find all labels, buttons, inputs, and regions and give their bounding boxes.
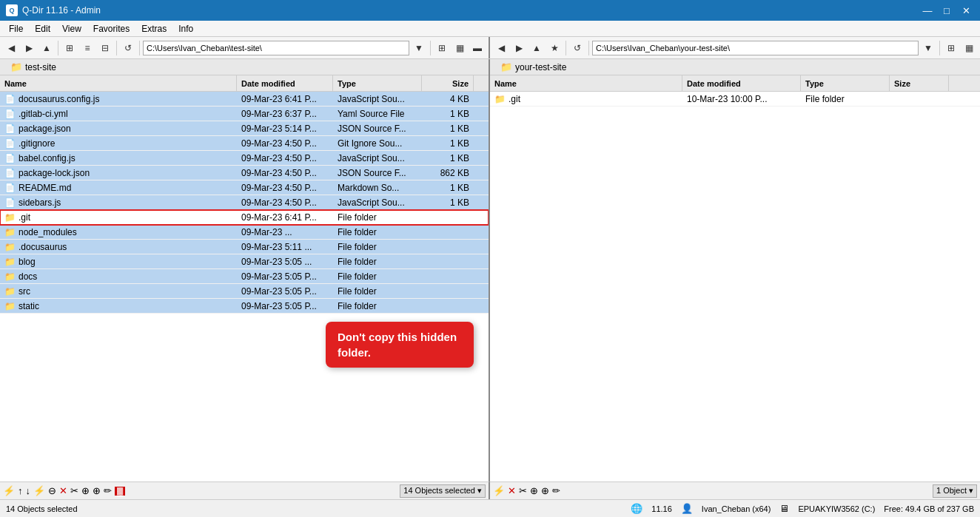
close-button[interactable]: ✕ (958, 3, 974, 18)
left-file-name: 📁src (0, 286, 237, 297)
left-col-name-header[interactable]: Name (0, 75, 237, 91)
left-file-row[interactable]: 📁static 09-Mar-23 5:05 P... File folder (0, 299, 489, 314)
bottom-status-text: 14 Objects selected (6, 504, 78, 513)
right-status-icon1[interactable]: ⚡ (493, 485, 505, 496)
left-address-bar[interactable] (143, 41, 409, 55)
right-col-size-header[interactable]: Size (890, 75, 949, 91)
left-file-size: 1 KB (422, 197, 474, 208)
right-status-icon3[interactable]: ⊕ (530, 485, 538, 496)
right-status-dropdown[interactable]: 1 Object ▾ (933, 484, 977, 498)
left-file-row[interactable]: 📄sidebars.js 09-Mar-23 4:50 P... JavaScr… (0, 195, 489, 210)
left-col-type-header[interactable]: Type (333, 75, 422, 91)
right-status-icon2[interactable]: ✂ (519, 485, 527, 496)
rp-up-btn[interactable]: ▲ (528, 40, 545, 56)
rp-addr-go-btn[interactable]: ▼ (920, 40, 936, 56)
left-file-row[interactable]: 📁src 09-Mar-23 5:05 P... File folder (0, 284, 489, 299)
bottom-version: 11.16 (651, 504, 672, 513)
left-status-icon2[interactable]: ↑ (18, 485, 23, 496)
left-file-date: 09-Mar-23 5:14 P... (237, 124, 333, 134)
left-file-row[interactable]: 📁.git 09-Mar-23 6:41 P... File folder (0, 210, 489, 225)
menu-edit[interactable]: Edit (29, 22, 56, 36)
left-file-row[interactable]: 📄README.md 09-Mar-23 4:50 P... Markdown … (0, 180, 489, 195)
left-status-icon3[interactable]: ↓ (26, 485, 31, 496)
left-status-icon5[interactable]: ⊖ (48, 485, 56, 496)
menu-favorites[interactable]: Favorites (87, 22, 135, 36)
left-file-row[interactable]: 📄.gitignore 09-Mar-23 4:50 P... Git Igno… (0, 136, 489, 151)
right-status-icon4[interactable]: ⊕ (541, 485, 549, 496)
left-file-size: 1 KB (422, 109, 474, 119)
right-file-row[interactable]: 📁.git 10-Mar-23 10:00 P... File folder (490, 92, 980, 107)
minimize-button[interactable]: — (919, 3, 936, 18)
rp-icon-view-btn[interactable]: ⊞ (943, 40, 959, 56)
left-status-icon8[interactable]: ⊕ (93, 485, 101, 496)
right-col-date-header[interactable]: Date modified (682, 75, 801, 91)
right-tab-text: your-test-site (515, 62, 566, 72)
left-tab-folder-icon: 📁 (10, 61, 22, 72)
left-status-icon4[interactable]: ⚡ (33, 485, 45, 496)
left-file-row[interactable]: 📄babel.config.js 09-Mar-23 4:50 P... Jav… (0, 151, 489, 166)
tb-icon-view-btn[interactable]: ⊞ (434, 40, 450, 56)
left-tab-label[interactable]: 📁 test-site (6, 60, 61, 74)
right-file-list[interactable]: 📁.git 10-Mar-23 10:00 P... File folder (490, 92, 980, 481)
left-status-icon-x[interactable]: ✕ (59, 485, 67, 496)
left-status-icon7[interactable]: ⊕ (81, 485, 90, 496)
menu-view[interactable]: View (56, 22, 87, 36)
left-file-name: 📄sidebars.js (0, 197, 237, 208)
bottom-user-icon: 👤 (681, 503, 693, 514)
rp-bookmark-btn[interactable]: ★ (546, 40, 563, 56)
rp-refresh-btn[interactable]: ↺ (569, 40, 585, 56)
right-tab-label[interactable]: 📁 your-test-site (496, 60, 571, 74)
left-status-dropdown[interactable]: 14 Objects selected ▾ (400, 484, 486, 498)
tb-sep1 (58, 41, 58, 55)
tb-refresh-btn[interactable]: ↺ (120, 40, 136, 56)
left-file-name: 📄.gitlab-ci.yml (0, 109, 237, 119)
tb-view2-btn[interactable]: ≡ (79, 40, 95, 56)
maximize-button[interactable]: □ (939, 3, 955, 18)
left-file-row[interactable]: 📄.gitlab-ci.yml 09-Mar-23 6:37 P... Yaml… (0, 107, 489, 121)
left-file-name: 📁.docusaurus (0, 242, 237, 252)
left-status-icon10[interactable]: ▓ (115, 487, 125, 496)
rp-back-btn[interactable]: ◀ (493, 40, 509, 56)
menu-file[interactable]: File (3, 22, 29, 36)
right-status-icon-x[interactable]: ✕ (508, 485, 516, 496)
left-col-size-header[interactable]: Size (422, 75, 474, 91)
left-file-date: 09-Mar-23 5:11 ... (237, 242, 333, 252)
tb-list-view-btn[interactable]: ▬ (469, 40, 486, 56)
left-file-row[interactable]: 📄package-lock.json 09-Mar-23 4:50 P... J… (0, 166, 489, 180)
tb-forward-btn[interactable]: ▶ (21, 40, 37, 56)
left-file-row[interactable]: 📁blog 09-Mar-23 5:05 ... File folder (0, 254, 489, 269)
left-file-row[interactable]: 📄docusaurus.config.js 09-Mar-23 6:41 P..… (0, 92, 489, 107)
left-status-icon6[interactable]: ✂ (70, 485, 78, 496)
right-col-type-header[interactable]: Type (801, 75, 890, 91)
right-col-header: Name Date modified Type Size (490, 75, 980, 92)
left-file-date: 09-Mar-23 4:50 P... (237, 153, 333, 163)
right-col-name-header[interactable]: Name (490, 75, 682, 91)
left-file-name: 📁.git (0, 212, 237, 223)
left-pane-tab: 📁 test-site (0, 59, 489, 75)
left-status-icon9[interactable]: ✏ (104, 485, 112, 496)
tb-view3-btn[interactable]: ⊟ (97, 40, 113, 56)
tb-back-btn[interactable]: ◀ (3, 40, 19, 56)
left-file-type: JavaScript Sou... (333, 153, 422, 163)
tb-view-btn[interactable]: ⊞ (61, 40, 78, 56)
tb-addr-go-btn[interactable]: ▼ (411, 40, 427, 56)
left-file-row[interactable]: 📄package.json 09-Mar-23 5:14 P... JSON S… (0, 121, 489, 136)
tb-detail-view-btn[interactable]: ▦ (452, 40, 468, 56)
menu-info[interactable]: Info (172, 22, 199, 36)
menu-extras[interactable]: Extras (135, 22, 172, 36)
dual-toolbar: ◀ ▶ ▲ ⊞ ≡ ⊟ ↺ ▼ ⊞ ▦ ▬ ◀ ▶ ▲ ★ ↺ ▼ ⊞ ▦ (0, 37, 980, 59)
left-status-icon1[interactable]: ⚡ (3, 485, 15, 496)
left-col-date-header[interactable]: Date modified (237, 75, 333, 91)
left-file-list[interactable]: 📄docusaurus.config.js 09-Mar-23 6:41 P..… (0, 92, 489, 481)
right-status-icon5[interactable]: ✏ (552, 485, 560, 496)
left-file-name: 📁static (0, 301, 237, 311)
left-file-row[interactable]: 📁docs 09-Mar-23 5:05 P... File folder (0, 269, 489, 284)
tb-up-btn[interactable]: ▲ (38, 40, 55, 56)
rp-detail-view-btn[interactable]: ▦ (961, 40, 977, 56)
left-file-type: File folder (333, 301, 422, 311)
left-file-row[interactable]: 📁node_modules 09-Mar-23 ... File folder (0, 225, 489, 240)
left-file-row[interactable]: 📁.docusaurus 09-Mar-23 5:11 ... File fol… (0, 240, 489, 254)
rp-forward-btn[interactable]: ▶ (511, 40, 527, 56)
left-file-date: 09-Mar-23 6:37 P... (237, 109, 333, 119)
right-address-bar[interactable] (592, 41, 919, 55)
